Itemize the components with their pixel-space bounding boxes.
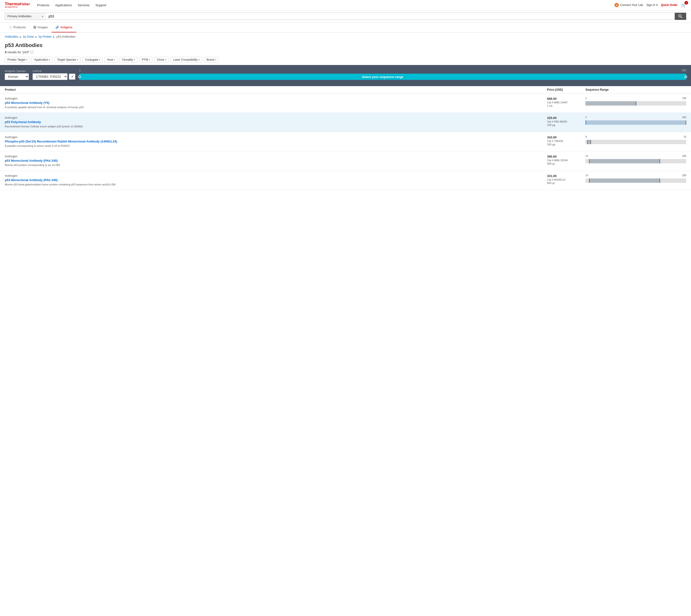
filter-arrow-icon: ▾ (99, 59, 100, 61)
search-input[interactable] (46, 13, 675, 20)
seq-bar-track (585, 178, 686, 183)
price-info: 668.00 Cat # MA5-14467 1 mL (547, 97, 585, 107)
tab-products[interactable]: 📄 Products (5, 23, 29, 32)
seq-bar-fill (585, 120, 686, 125)
filter-clone[interactable]: Clone ▾ (154, 57, 169, 63)
filter-host[interactable]: Host ▾ (104, 57, 117, 63)
col-price: Price (USD) (547, 88, 585, 91)
breadcrumb-current: p53 Antibodies (57, 35, 75, 38)
seq-range-start-label: 1 (79, 69, 81, 72)
product-name[interactable]: p53 Monoclonal Antibody (PAb 240) (5, 178, 58, 182)
seq-bar-right-line (660, 159, 660, 163)
price-amount: 668.00 (547, 97, 585, 101)
breadcrumb-antibodies[interactable]: Antibodies (5, 35, 18, 38)
info-icon[interactable]: i (30, 51, 34, 54)
nav-applications[interactable]: Applications (55, 3, 72, 7)
nav-services[interactable]: Services (78, 3, 90, 7)
search-bar: Primary Antibodies ▾ (0, 10, 691, 23)
tab-images[interactable]: 🖼 Images (29, 23, 51, 32)
antigenic-species-label: Antigenic Species (5, 70, 29, 72)
col-sequence: Sequence Range (585, 88, 686, 91)
table-header: Product Price (USD) Sequence Range (0, 86, 691, 93)
cart-button[interactable]: 🛒 7 (681, 2, 686, 8)
cat-number: Cat # 700439 (547, 139, 585, 142)
seq-right-label: 393 (682, 116, 686, 119)
filter-arrow-icon: ▾ (215, 59, 216, 61)
uniprot-select[interactable]: CTNNB1: P35222 (33, 73, 67, 80)
cart-badge: 7 (685, 1, 688, 4)
filter-clonality[interactable]: Clonality ▾ (119, 57, 137, 63)
page-title: p53 Antibodies (5, 42, 686, 48)
product-list: Invitrogen p53 Monoclonal Antibody (Y5) … (0, 93, 691, 190)
seq-bar-right-line (590, 140, 591, 144)
filter-arrow-icon: ▾ (134, 59, 135, 61)
product-name[interactable]: p53 Monoclonal Antibody (Y5) (5, 101, 49, 105)
search-button[interactable] (675, 13, 686, 20)
product-description: A peptide corresponding to amino acids 9… (5, 144, 547, 148)
svg-point-0 (679, 15, 681, 17)
product-name[interactable]: Phospho-p53 (Ser15) Recombinant Rabbit M… (5, 139, 117, 143)
seq-bar-right-line (660, 178, 660, 183)
seq-right-label: 289 (682, 174, 686, 177)
header-actions: ⊕ Connect Your Lab Sign In ▾ Quick Order… (614, 2, 686, 8)
nav-products[interactable]: Products (37, 3, 49, 7)
price-info: 390.00 Cat # MA5-15244 500 µL (547, 155, 585, 165)
breadcrumb-sep-1: ▶ (20, 36, 22, 38)
seq-bar-left-line (585, 120, 586, 125)
sequence-range-handle-right[interactable] (685, 75, 687, 78)
quantity: 1 mL (547, 104, 585, 107)
search-category-selector[interactable]: Primary Antibodies ▾ (5, 13, 46, 20)
sequence-range-slider[interactable]: Select your sequence range (79, 74, 686, 80)
seq-range-end-label: 393 (682, 69, 686, 72)
sequence-bar-container: 14 289 (585, 174, 686, 183)
filter-ptm[interactable]: PTM ▾ (139, 57, 152, 63)
antigenic-species-select[interactable]: Human (5, 73, 29, 80)
sequence-bar-container: 9 19 (585, 135, 686, 144)
breadcrumb-by-protein[interactable]: by Protein (39, 35, 51, 38)
price-info: 325.00 Cat # PA5-98293 100 µg (547, 116, 585, 126)
logo[interactable]: ThermoFisher SCIENTIFIC (5, 2, 30, 8)
filter-brand[interactable]: Brand ▾ (204, 57, 219, 63)
seq-bar-track (585, 159, 686, 163)
quantity: 100 µg (547, 124, 585, 126)
seq-left-label: 14 (585, 174, 588, 177)
filter-arrow-icon: ▾ (149, 59, 150, 61)
filters: Protein Target ▾ Application ▾ Target Sp… (5, 57, 686, 63)
quantity: 500 µL (547, 182, 585, 184)
sign-in-button[interactable]: Sign In ▾ (646, 3, 657, 7)
table-row: Invitrogen p53 Monoclonal Antibody (PAb … (0, 151, 691, 171)
nav-support[interactable]: Support (95, 3, 107, 7)
products-tab-icon: 📄 (9, 26, 12, 29)
seq-bar-left-line (589, 159, 589, 163)
filter-arrow-icon: ▾ (77, 59, 78, 61)
search-icon (678, 15, 682, 18)
seq-bar-right-line (686, 120, 686, 125)
cat-number: Cat # PA5-98293 (547, 120, 585, 123)
external-link-button[interactable]: ↗ (69, 74, 75, 80)
filter-protein-target[interactable]: Protein Target ▾ (5, 57, 30, 63)
seq-bar-left-line (587, 140, 588, 144)
connect-your-lab-button[interactable]: ⊕ Connect Your Lab (614, 3, 643, 7)
breadcrumb-sep-2: ▶ (35, 36, 37, 38)
product-name[interactable]: p53 Polyclonal Antibody (5, 120, 41, 124)
uniprot-label: UniProt (33, 70, 75, 72)
antigens-tab-icon: 🧬 (56, 26, 59, 29)
product-info: Invitrogen Phospho-p53 (Ser15) Recombina… (5, 135, 547, 148)
seq-bar-right-line (636, 101, 636, 106)
seq-bar-track (585, 140, 686, 144)
filter-conjugate[interactable]: Conjugate ▾ (83, 57, 103, 63)
product-name[interactable]: p53 Monoclonal Antibody (PAb 240) (5, 159, 58, 162)
filter-application[interactable]: Application ▾ (32, 57, 53, 63)
tab-antigens[interactable]: 🧬 Antigens (51, 23, 76, 32)
breadcrumb: Antibodies ▶ by Gene ▶ by Protein ▶ p53 … (0, 32, 691, 41)
product-info: Invitrogen p53 Monoclonal Antibody (PAb … (5, 174, 547, 186)
product-brand: Invitrogen (5, 97, 547, 100)
sequence-range-handle-left[interactable] (78, 75, 81, 78)
product-brand: Invitrogen (5, 155, 547, 158)
seq-bar-fill (585, 101, 636, 106)
seq-bar-fill (589, 159, 660, 163)
quick-order-button[interactable]: Quick Order (661, 3, 677, 7)
filter-laser-compatibility[interactable]: Laser Compatibility ▾ (171, 57, 202, 63)
filter-target-species[interactable]: Target Species ▾ (55, 57, 81, 63)
breadcrumb-by-gene[interactable]: by Gene (23, 35, 34, 38)
